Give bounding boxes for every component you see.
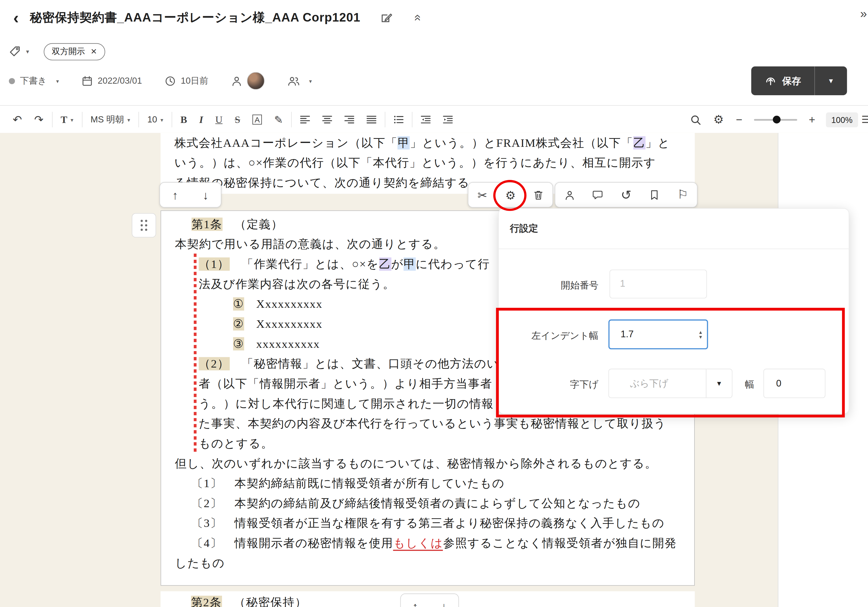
bold-icon: B [180, 114, 187, 125]
block-move-toolbar: ↑ ↓ [160, 182, 222, 207]
indent-decrease-button[interactable] [415, 115, 437, 124]
members-field[interactable]: ▾ [288, 76, 312, 86]
edit-title-button[interactable] [380, 12, 392, 23]
align-justify-button[interactable] [361, 115, 383, 124]
italic-button[interactable]: I [193, 114, 209, 125]
align-right-button[interactable] [338, 115, 360, 124]
comment-button[interactable] [588, 186, 607, 204]
doc-line[interactable]: いう。）は、○×作業の代行（以下「本代行」という。）を行うにあたり、相互に開示す [161, 153, 695, 173]
doc-line[interactable]: 〔4〕 情報開示者の秘密情報を使用もしくは参照することなく情報受領者が独自に開発 [161, 533, 694, 553]
popup-title: 行設定 [510, 222, 538, 235]
toolbar-separator [138, 112, 139, 127]
align-left-button[interactable] [294, 115, 316, 124]
date-field[interactable]: 2022/03/01 [82, 76, 142, 86]
search-button[interactable] [685, 114, 707, 125]
doc-line[interactable]: 株式会社AAAコーポレーション（以下「甲」という。）とFRAIM株式会社（以下「… [161, 133, 695, 153]
doc-line[interactable]: 〔2〕 本契約の締結前及び締結後情報受領者の責によらずして公知となったもの [161, 493, 694, 513]
move-down-button[interactable]: ↓ [196, 186, 215, 204]
updated-field: 10日前 [165, 75, 208, 87]
doc-line[interactable]: したもの [161, 553, 694, 573]
doc-text-highlight: 第1条 [191, 218, 222, 231]
tag-caret-icon: ▾ [26, 48, 29, 55]
undo-button[interactable]: ↶ [7, 113, 28, 126]
flag-button[interactable]: ⚐ [673, 186, 692, 204]
strikethrough-button[interactable]: S [229, 114, 246, 125]
status-selector[interactable]: 下書き ▾ [9, 75, 59, 87]
status-row: 下書き ▾ 2022/03/01 10日前 ▾ 保存 ▼ [0, 65, 868, 96]
avatar[interactable] [247, 72, 265, 90]
doc-text: 法及び作業内容は次の各号に従う。 [198, 277, 395, 291]
settings-button[interactable]: ⚙ [707, 113, 730, 126]
line-settings-button[interactable]: ⚙ [501, 186, 520, 204]
tag-button[interactable]: ▾ [9, 45, 29, 57]
doc-text: が [391, 257, 404, 271]
bookmark-button[interactable] [645, 186, 664, 204]
underline-button[interactable]: U [209, 114, 228, 125]
tag-pill[interactable]: 双方開示 ✕ [43, 43, 105, 60]
bold-button[interactable]: B [174, 114, 193, 125]
doc-line[interactable]: 但し、次のいずれかに該当するものについては、秘密情報から除外されるものとする。 [161, 454, 694, 474]
side-panel-toggle-icon[interactable]: » [860, 7, 867, 21]
font-family-value: MS 明朝 [91, 114, 124, 125]
move-up-button[interactable]: ↑ [406, 597, 425, 607]
zoom-slider[interactable] [754, 119, 797, 120]
doc-line[interactable]: 〔3〕 情報受領者が正当な権限を有する第三者より秘密保持の義務なく入手したもの [161, 513, 694, 533]
back-button[interactable]: ‹ [13, 9, 19, 26]
doc-line[interactable]: ものとする。 [161, 434, 694, 454]
highlight-button[interactable]: ✎ [268, 113, 289, 126]
status-dot-icon [9, 78, 15, 84]
save-label: 保存 [782, 74, 801, 87]
popup-divider [499, 248, 848, 249]
hanging-select[interactable]: ぶら下げ ▼ [609, 369, 733, 398]
left-indent-input[interactable]: 1.7 ▴ ▾ [609, 319, 708, 349]
start-number-input[interactable]: 1 [609, 269, 707, 298]
toolbar-separator [82, 112, 82, 127]
user-icon [564, 190, 574, 200]
bullet-list-icon [394, 115, 404, 124]
font-size-dropdown[interactable]: 10▾ [141, 115, 169, 124]
zoom-slider-handle[interactable] [773, 116, 780, 124]
width-input[interactable]: 0 [764, 369, 826, 398]
header: ‹ 秘密保持契約書_AAAコーポレーション様_AAA Corp1201 « » [0, 5, 868, 31]
text-style-dropdown[interactable]: T▾ [55, 114, 79, 125]
stepper-down-icon[interactable]: ▾ [699, 334, 702, 339]
history-button[interactable]: ↺ [617, 186, 636, 204]
overflow-menu-icon[interactable]: ☰ [861, 113, 868, 125]
doc-text: た事実、本契約の内容及び本代行を行っているという事実も秘密情報として取り扱う [198, 417, 666, 430]
tag-label: 双方開示 [52, 46, 85, 57]
caret-down-icon: ▾ [127, 116, 130, 123]
split-button[interactable]: ✂ [473, 186, 492, 204]
tag-remove-icon[interactable]: ✕ [91, 47, 97, 56]
move-down-button[interactable]: ↓ [434, 597, 453, 607]
doc-line[interactable]: 〔1〕 本契約締結前既に情報受領者が所有していたもの [161, 473, 694, 493]
align-justify-icon [366, 115, 377, 124]
block-drag-handle[interactable] [132, 213, 156, 237]
select-caret-icon[interactable]: ▼ [706, 369, 732, 398]
bullet-list-button[interactable] [388, 115, 410, 124]
doc-text: （定義） [222, 218, 283, 231]
collapse-header-button[interactable]: « [411, 14, 425, 21]
stepper[interactable]: ▴ ▾ [699, 329, 702, 339]
font-family-dropdown[interactable]: MS 明朝▾ [84, 114, 136, 125]
drag-dots-icon [141, 220, 147, 231]
toolbar-separator [385, 112, 386, 127]
assignee-button[interactable] [560, 186, 579, 204]
save-button[interactable]: 保存 [751, 67, 814, 95]
left-indent-label: 左インデント幅 [499, 329, 598, 342]
date-value: 2022/03/01 [98, 76, 142, 86]
doc-text-highlight: ② [233, 317, 244, 331]
frame-text-button[interactable]: A [246, 115, 268, 124]
delete-button[interactable] [529, 186, 548, 204]
indent-increase-button[interactable] [437, 115, 459, 124]
owner-field[interactable] [231, 72, 265, 90]
save-dropdown-button[interactable]: ▼ [815, 67, 847, 95]
zoom-out-button[interactable]: − [730, 113, 749, 126]
align-center-button[interactable] [316, 115, 338, 124]
zoom-in-button[interactable]: + [803, 113, 822, 126]
doc-text: 〔1〕 本契約締結前既に情報受領者が所有していたもの [191, 477, 505, 490]
redo-button[interactable]: ↷ [28, 113, 50, 126]
status-caret-icon: ▾ [56, 78, 59, 84]
move-up-button[interactable]: ↑ [166, 186, 184, 204]
doc-line[interactable]: た事実、本契約の内容及び本代行を行っているという事実も秘密情報として取り扱う [161, 413, 694, 434]
upload-icon [764, 75, 777, 86]
